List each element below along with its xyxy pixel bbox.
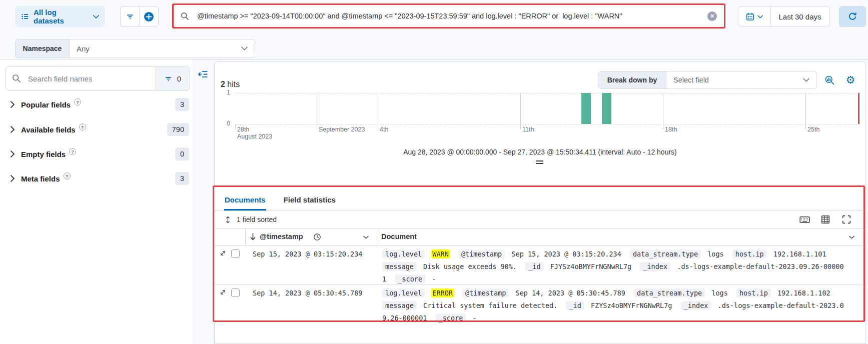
query-input[interactable]: @timestamp >= "2023-09-14T00:00:00" and …	[174, 5, 724, 27]
collapse-sidebar-button[interactable]	[196, 68, 209, 80]
time-range-picker: Last 30 days	[738, 6, 829, 27]
chevron-right-icon	[9, 101, 16, 108]
refresh-button[interactable]	[839, 6, 866, 27]
sidebar-section-meta-fields[interactable]: Meta fields?3	[0, 172, 193, 186]
doc-value: Sep 14, 2023 @ 05:30:45.789	[516, 289, 625, 297]
x-axis-tick-label: 18th	[665, 126, 677, 133]
results-tabbar: Documents Field statistics	[215, 188, 865, 211]
doc-highlighted-value: WARN	[431, 250, 450, 258]
section-label: Meta fields?	[21, 174, 71, 183]
doc-value: .ds-logs-example-default-2023.09.26-0000…	[677, 262, 843, 270]
section-count-badge: 790	[167, 123, 189, 136]
query-text[interactable]: @timestamp >= "2023-09-14T00:00:00" and …	[197, 12, 707, 20]
timestamp-cell: Sep 14, 2023 @ 05:30:45.789	[253, 287, 362, 300]
doc-field-chip: host.ip	[732, 250, 767, 258]
sidebar-section-empty-fields[interactable]: Empty fields?0	[0, 147, 193, 161]
chart-vertical-gridline	[317, 93, 317, 129]
edit-visualization-button[interactable]	[822, 73, 836, 87]
chart-options-button[interactable]: ⚙	[843, 72, 857, 86]
namespace-filter: Namespace Any	[15, 39, 255, 58]
doc-value: logs	[707, 250, 724, 258]
chevron-down-icon	[803, 78, 809, 82]
time-range-label[interactable]: Last 30 days	[771, 6, 829, 26]
field-filter-count: 0	[177, 74, 181, 83]
doc-value: .ds-logs-example-default-2023.0	[718, 302, 844, 310]
field-search-input[interactable]: Search field names	[6, 67, 156, 90]
section-label: Available fields?	[21, 126, 86, 134]
doc-value: Sep 15, 2023 @ 03:15:20.234	[511, 250, 621, 258]
filter-controls-group	[120, 6, 159, 27]
doc-value: FJYSz4oBMYFrNGNwRL7g	[550, 262, 632, 270]
doc-field-chip: _score	[436, 314, 466, 322]
column-header-timestamp[interactable]: @timestamp	[260, 232, 303, 240]
doc-value: FZYSz4oBMYFrNGNwRL7g	[591, 302, 672, 310]
hits-count: 2 hits	[221, 80, 240, 89]
chart-bar[interactable]	[602, 93, 611, 124]
row-checkbox[interactable]	[231, 250, 240, 258]
tab-field-statistics[interactable]: Field statistics	[283, 188, 336, 210]
resize-handle[interactable]	[536, 160, 543, 164]
chart-bar[interactable]	[581, 93, 591, 124]
x-axis-tick-label: 11th	[522, 126, 534, 133]
hits-number: 2	[221, 80, 225, 88]
chart-time-caption: Aug 28, 2023 @ 00:00:00.000 - Sep 27, 20…	[215, 148, 865, 156]
search-icon	[181, 12, 189, 20]
chevron-right-icon	[9, 175, 16, 182]
question-icon: ?	[74, 98, 81, 106]
sidebar-section-available-fields[interactable]: Available fields?790	[0, 122, 193, 136]
doc-value: 9.26-000001	[382, 314, 427, 322]
column-header-document[interactable]: Document	[381, 232, 417, 240]
row-checkbox[interactable]	[231, 288, 240, 297]
timestamp-column-menu-icon[interactable]	[363, 236, 369, 239]
table-row: Sep 14, 2023 @ 05:30:45.789log.level ERR…	[215, 285, 865, 322]
doc-field-chip: _score	[395, 274, 425, 284]
breakdown-select[interactable]: Select field	[666, 72, 816, 88]
lens-chart-icon	[824, 75, 835, 86]
doc-field-chip: message	[382, 301, 417, 310]
doc-value: -	[472, 314, 476, 322]
document-line: 9.26-000001 _score -	[382, 312, 860, 324]
namespace-select[interactable]: Any	[70, 40, 255, 58]
calendar-menu-button[interactable]	[738, 6, 771, 26]
fullscreen-button[interactable]	[840, 214, 852, 226]
table-grid-icon	[821, 215, 830, 224]
doc-value: -	[432, 275, 436, 283]
keyboard-icon	[799, 216, 810, 224]
filter-icon	[165, 75, 172, 82]
document-cell: log.level WARN @timestamp Sep 15, 2023 @…	[382, 248, 860, 286]
document-line: message Critical system failure detected…	[382, 300, 860, 312]
doc-value: Disk usage exceeds 90%.	[423, 262, 517, 270]
document-line: log.level WARN @timestamp Sep 15, 2023 @…	[382, 248, 860, 260]
sort-status-label: 1 field sorted	[237, 216, 277, 224]
document-line: log.level ERROR @timestamp Sep 14, 2023 …	[382, 287, 860, 300]
sort-fields-button[interactable]: 1 field sorted	[224, 216, 277, 224]
display-options-button[interactable]	[819, 214, 831, 226]
expand-document-button[interactable]	[219, 288, 227, 298]
expand-document-button[interactable]	[219, 250, 227, 259]
section-label: Popular fields?	[21, 100, 81, 109]
grid-display-icons	[798, 214, 852, 226]
keyboard-shortcuts-button[interactable]	[798, 214, 810, 226]
doc-field-chip: _id	[566, 301, 584, 310]
filter-button[interactable]	[121, 6, 139, 26]
tab-documents[interactable]: Documents	[224, 188, 266, 210]
document-line: message Disk usage exceeds 90%. _id FJYS…	[382, 260, 860, 273]
document-column-menu-icon[interactable]	[849, 236, 854, 239]
x-axis-tick-label: September 2023	[319, 126, 365, 133]
sidebar-section-popular-fields[interactable]: Popular fields?3	[0, 98, 193, 112]
document-cell: log.level ERROR @timestamp Sep 14, 2023 …	[382, 287, 860, 324]
clock-icon	[313, 233, 321, 241]
field-filter-count-button[interactable]: 0	[156, 67, 190, 90]
chart-gridline-top	[235, 93, 859, 94]
grid-header-row: @timestamp Document	[215, 228, 865, 246]
breakdown-placeholder: Select field	[673, 76, 709, 84]
doc-value: 192.168.1.101	[773, 250, 826, 258]
dataset-selector-button[interactable]: All log datasets	[15, 6, 105, 27]
section-count-badge: 3	[175, 98, 189, 111]
doc-highlighted-value: ERROR	[431, 288, 454, 298]
chevron-down-icon	[757, 15, 763, 18]
add-filter-button[interactable]	[139, 6, 158, 26]
section-count-badge: 0	[175, 148, 189, 160]
clear-query-button[interactable]: ✕	[707, 12, 717, 21]
question-icon: ?	[79, 124, 86, 130]
